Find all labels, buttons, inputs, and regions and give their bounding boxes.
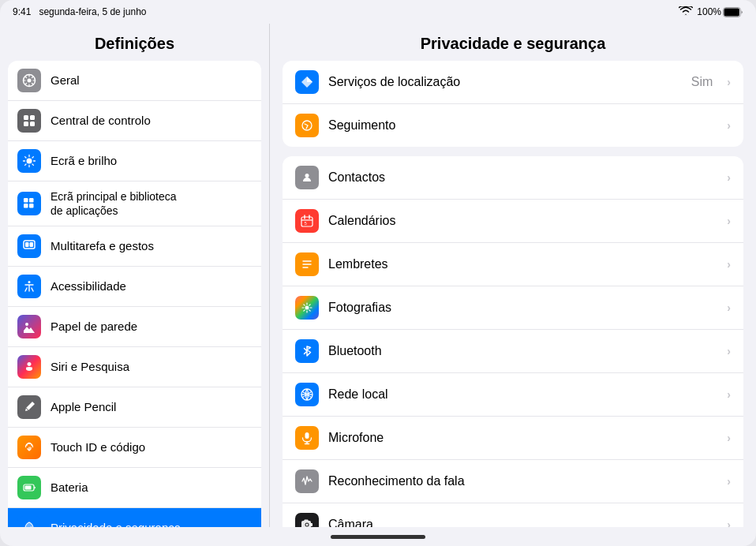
fotografias-icon	[295, 296, 319, 320]
home-bar	[0, 527, 756, 546]
svg-rect-11	[24, 204, 28, 208]
acessibilidade-icon	[17, 275, 41, 298]
contactos-icon	[295, 166, 319, 189]
right-item-seguimento[interactable]: Seguimento ›	[283, 104, 743, 147]
bateria-icon	[17, 476, 41, 499]
svg-text:5: 5	[305, 221, 308, 226]
svg-rect-1	[724, 8, 740, 16]
microfone-icon	[295, 426, 319, 450]
chevron-icon: ›	[727, 215, 731, 227]
siri-label: Siri e Pesquisa	[51, 360, 129, 374]
right-item-reconhecimento-fala[interactable]: Reconhecimento da fala ›	[283, 460, 743, 503]
right-item-camara[interactable]: Câmara ›	[283, 503, 743, 527]
sidebar-item-multitarefa[interactable]: Multitarefa e gestos	[8, 226, 261, 267]
bluetooth-icon	[295, 339, 319, 363]
right-item-bluetooth[interactable]: Bluetooth ›	[283, 330, 743, 373]
rede-local-label: Rede local	[328, 387, 717, 402]
lembretes-label: Lembretes	[328, 257, 717, 271]
chevron-icon: ›	[727, 258, 731, 271]
svg-point-27	[305, 306, 309, 310]
right-item-contactos[interactable]: Contactos ›	[283, 156, 743, 200]
svg-rect-19	[25, 486, 32, 490]
svg-rect-14	[25, 242, 29, 247]
svg-rect-29	[305, 432, 309, 439]
apple-pencil-label: Apple Pencil	[51, 400, 116, 414]
central-controlo-label: Central de controlo	[51, 114, 151, 128]
right-item-microfone[interactable]: Microfone ›	[283, 417, 743, 460]
contactos-label: Contactos	[328, 170, 717, 185]
right-item-servicos-localizacao[interactable]: Serviços de localização Sim ›	[283, 61, 743, 104]
right-group-location: Serviços de localização Sim › Seguimento…	[283, 61, 743, 147]
sidebar: Definições Geral	[0, 24, 270, 527]
right-item-lembretes[interactable]: Lembretes ›	[283, 243, 743, 286]
multitarefa-label: Multitarefa e gestos	[51, 239, 154, 253]
chevron-icon: ›	[727, 388, 731, 401]
bluetooth-label: Bluetooth	[328, 344, 717, 358]
siri-icon	[17, 355, 41, 379]
servicos-localizacao-value: Sim	[691, 75, 713, 89]
sidebar-title: Definições	[0, 24, 269, 61]
battery-indicator: 100%	[697, 6, 743, 17]
sidebar-item-touch-id[interactable]: Touch ID e código	[8, 428, 261, 468]
sidebar-item-privacidade[interactable]: Privacidade e segurança	[8, 508, 261, 527]
fotografias-label: Fotografias	[328, 301, 717, 315]
svg-point-33	[306, 524, 309, 526]
right-group-permissions: Contactos › 5 Calendários ›	[283, 156, 743, 527]
geral-label: Geral	[51, 73, 80, 88]
time: 9:41	[13, 6, 31, 17]
chevron-icon: ›	[727, 475, 731, 488]
sidebar-item-ecra-principal[interactable]: Ecrã principal e bibliotecade aplicações	[8, 181, 261, 226]
ecra-principal-icon	[17, 192, 41, 215]
servicos-localizacao-icon	[295, 70, 319, 94]
sidebar-item-apple-pencil[interactable]: Apple Pencil	[8, 387, 261, 428]
svg-point-17	[25, 323, 28, 326]
sidebar-item-papel-parede[interactable]: Papel de parede	[8, 307, 261, 347]
papel-parede-icon	[17, 315, 41, 338]
chevron-icon: ›	[727, 119, 731, 132]
right-item-fotografias[interactable]: Fotografias ›	[283, 286, 743, 330]
status-right: 100%	[679, 6, 743, 18]
wifi-icon	[679, 6, 693, 18]
svg-point-24	[305, 174, 309, 178]
svg-rect-15	[30, 242, 34, 247]
svg-rect-9	[24, 198, 28, 203]
bateria-label: Bateria	[51, 481, 88, 495]
sidebar-item-acessibilidade[interactable]: Acessibilidade	[8, 267, 261, 307]
rede-local-icon	[295, 383, 319, 406]
privacidade-icon	[17, 516, 41, 527]
sidebar-item-siri[interactable]: Siri e Pesquisa	[8, 347, 261, 387]
right-panel: Privacidade e segurança Serviços de loca…	[270, 24, 756, 527]
calendarios-icon: 5	[295, 209, 319, 233]
camara-label: Câmara	[328, 518, 717, 527]
sidebar-item-geral[interactable]: Geral	[8, 61, 261, 101]
sidebar-item-ecra-brilho[interactable]: Ecrã e brilho	[8, 141, 261, 181]
sidebar-item-central-controlo[interactable]: Central de controlo	[8, 101, 261, 141]
central-controlo-icon	[17, 109, 41, 133]
home-bar-indicator	[331, 535, 425, 539]
main-container: Definições Geral	[0, 24, 756, 527]
svg-rect-12	[29, 204, 34, 208]
right-item-calendarios[interactable]: 5 Calendários ›	[283, 200, 743, 243]
status-bar: 9:41 segunda-feira, 5 de junho 100%	[0, 0, 756, 24]
svg-point-8	[27, 159, 32, 164]
lembretes-icon	[295, 252, 319, 276]
date: segunda-feira, 5 de junho	[39, 6, 146, 17]
svg-point-16	[28, 281, 31, 283]
seguimento-label: Seguimento	[328, 118, 717, 133]
right-item-rede-local[interactable]: Rede local ›	[283, 373, 743, 417]
svg-rect-7	[30, 122, 35, 126]
svg-rect-25	[301, 217, 313, 226]
sidebar-scroll: Geral Central de controlo	[0, 61, 269, 527]
svg-rect-10	[29, 198, 34, 203]
multitarefa-icon	[17, 234, 41, 258]
reconhecimento-fala-icon	[295, 469, 319, 493]
chevron-icon: ›	[727, 518, 731, 527]
chevron-icon: ›	[727, 345, 731, 357]
servicos-localizacao-label: Serviços de localização	[328, 75, 682, 89]
svg-rect-6	[24, 122, 28, 126]
sidebar-item-bateria[interactable]: Bateria	[8, 468, 261, 508]
papel-parede-label: Papel de parede	[51, 320, 137, 334]
reconhecimento-fala-label: Reconhecimento da fala	[328, 474, 717, 488]
svg-point-3	[28, 79, 32, 83]
ecra-brilho-label: Ecrã e brilho	[51, 154, 117, 168]
